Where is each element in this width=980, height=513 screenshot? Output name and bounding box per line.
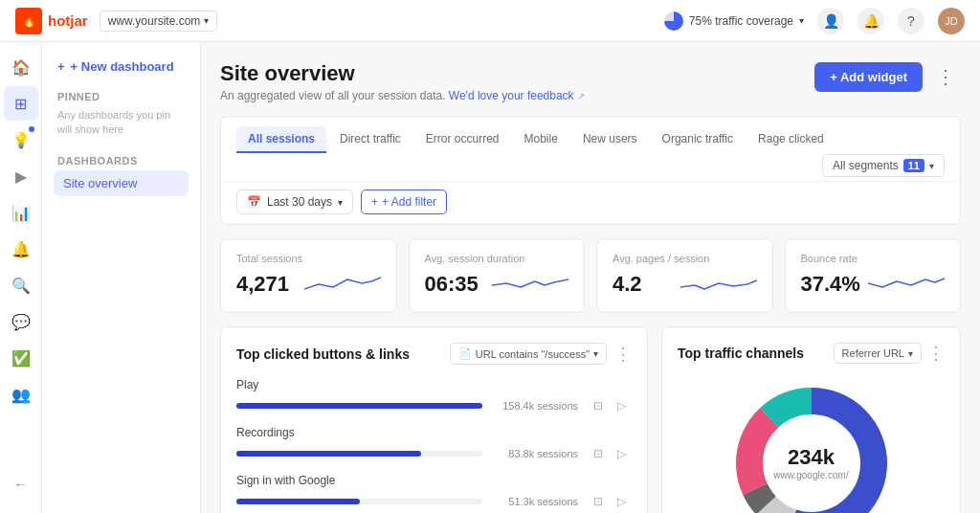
stat-value: 06:35 <box>425 272 479 297</box>
external-link-icon: ↗ <box>577 91 585 101</box>
sparkline-avg-duration <box>492 270 568 299</box>
subtitle-text: An aggregated view of all your session d… <box>220 89 449 102</box>
donut-chart-container: 234k www.google.com/ www.google.com/ www… <box>678 377 945 513</box>
avatar[interactable]: JD <box>938 8 965 34</box>
stat-card-total-sessions: Total sessions 4,271 <box>220 238 397 313</box>
tab-all-sessions[interactable]: All sessions <box>236 126 326 153</box>
stat-value: 37.4% <box>801 272 860 297</box>
hotjar-logo: 🔥 hotjar <box>15 8 88 34</box>
traffic-channels-panel: Top traffic channels Referrer URL ▾ ⋮ <box>661 326 961 513</box>
segments-count-badge: 11 <box>903 159 924 172</box>
page-subtitle: An aggregated view of all your session d… <box>220 89 585 102</box>
bottom-panels: Top clicked buttons & links 📄 URL contai… <box>220 326 961 513</box>
play-icon[interactable]: ▷ <box>611 491 632 512</box>
sidebar-icon-recordings[interactable]: ▶ <box>4 159 38 193</box>
top-buttons-more[interactable]: ⋮ <box>614 344 632 365</box>
url-filter-label: URL contains "/success" <box>476 348 590 360</box>
top-buttons-panel: Top clicked buttons & links 📄 URL contai… <box>220 326 648 513</box>
referrer-url-dropdown[interactable]: Referrer URL ▾ <box>834 343 922 364</box>
stat-card-avg-duration: Avg. session duration 06:35 <box>409 238 586 313</box>
add-filter-label: + Add filter <box>382 195 436 209</box>
site-name: www.yoursite.com <box>108 14 201 28</box>
tabs-panel: All sessions Direct traffic Error occurr… <box>220 116 961 225</box>
pinned-section-desc: Any dashboards you pin will show here <box>54 106 189 140</box>
site-selector[interactable]: www.yoursite.com ▾ <box>100 11 218 32</box>
plus-icon: + <box>371 195 378 209</box>
stat-card-bounce-rate: Bounce rate 37.4% <box>785 238 962 313</box>
sidebar-icon-dashboard[interactable]: ⊞ <box>4 86 38 121</box>
add-user-icon[interactable]: 👤 <box>817 8 844 34</box>
new-dashboard-button[interactable]: + + New dashboard <box>54 54 189 79</box>
calendar-icon: 📅 <box>247 195 261 209</box>
feedback-link[interactable]: We'd love your feedback <box>449 89 574 102</box>
button-sessions: 83.8k sessions <box>492 448 578 459</box>
tab-new-users[interactable]: New users <box>571 126 649 153</box>
add-filter-button[interactable]: + + Add filter <box>361 190 447 214</box>
play-icon[interactable]: ▷ <box>611 443 632 464</box>
stat-card-avg-pages: Avg. pages / session 4.2 <box>596 238 773 313</box>
tab-mobile[interactable]: Mobile <box>513 126 569 153</box>
page-header: Site overview An aggregated view of all … <box>220 61 961 102</box>
sidebar-icon-analytics[interactable]: 📊 <box>4 195 38 230</box>
sidebar-icon-notifications[interactable]: 🔔 <box>4 232 38 266</box>
nav-item-label: Site overview <box>63 176 137 190</box>
button-list: Play 158.4k sessions ⊡ ▷ Recording <box>236 378 632 513</box>
help-icon[interactable]: ? <box>898 8 924 34</box>
tab-rage-clicked[interactable]: Rage clicked <box>746 126 835 153</box>
referrer-url-label: Referrer URL <box>842 347 904 359</box>
traffic-coverage[interactable]: 75% traffic coverage ▾ <box>664 11 804 31</box>
chevron-down-icon: ▾ <box>338 197 343 208</box>
chevron-down-icon: ▾ <box>929 161 934 171</box>
stat-value: 4,271 <box>236 272 289 297</box>
page-title: Site overview <box>220 61 585 86</box>
stat-label: Avg. pages / session <box>612 253 757 264</box>
top-buttons-title: Top clicked buttons & links <box>236 346 410 362</box>
tab-direct-traffic[interactable]: Direct traffic <box>328 126 412 153</box>
sidebar-icon-feedback[interactable]: 💬 <box>4 304 38 339</box>
all-segments-button[interactable]: All segments 11 ▾ <box>822 154 945 177</box>
sidebar-icon-search[interactable]: 🔍 <box>4 268 38 302</box>
dashboards-section-title: Dashboards <box>54 140 189 170</box>
stat-label: Total sessions <box>236 253 381 264</box>
plus-icon: + <box>57 59 65 74</box>
traffic-coverage-text: 75% traffic coverage <box>689 14 793 28</box>
pinned-section-title: Pinned <box>54 79 189 106</box>
stats-row: Total sessions 4,271 Avg. session durati… <box>220 238 961 313</box>
play-icon[interactable]: ▷ <box>611 395 632 416</box>
button-name: Recordings <box>236 426 632 439</box>
add-widget-button[interactable]: + Add widget <box>814 62 923 92</box>
date-filter-label: Last 30 days <box>267 195 332 209</box>
all-segments-label: All segments <box>833 159 899 172</box>
sidebar-icon-tasks[interactable]: ✅ <box>4 341 38 375</box>
chevron-down-icon: ▾ <box>799 15 804 26</box>
sparkline-total-sessions <box>304 270 381 299</box>
sidebar-item-site-overview[interactable]: Site overview <box>54 170 189 196</box>
view-recordings-icon[interactable]: ⊡ <box>588 443 609 464</box>
sidebar-icon-users[interactable]: 👥 <box>4 377 38 412</box>
stat-label: Bounce rate <box>801 253 946 264</box>
sidebar-icon-insights[interactable]: 💡 <box>4 123 38 157</box>
view-recordings-icon[interactable]: ⊡ <box>588 395 609 416</box>
sidebar-icon-collapse[interactable]: ← <box>4 467 38 502</box>
more-options-button[interactable]: ⋮ <box>930 61 961 92</box>
date-filter-button[interactable]: 📅 Last 30 days ▾ <box>236 190 353 214</box>
traffic-channels-title: Top traffic channels <box>678 346 804 361</box>
url-filter-button[interactable]: 📄 URL contains "/success" ▾ <box>450 343 607 365</box>
sparkline-bounce-rate <box>868 270 945 299</box>
sidebar-icon-home[interactable]: 🏠 <box>4 50 38 84</box>
button-sessions: 51.3k sessions <box>492 496 578 507</box>
traffic-channels-more[interactable]: ⋮ <box>927 343 945 364</box>
bell-icon[interactable]: 🔔 <box>858 8 884 34</box>
stat-label: Avg. session duration <box>425 253 569 264</box>
tab-organic-traffic[interactable]: Organic traffic <box>651 126 745 153</box>
button-sessions: 158.4k sessions <box>492 400 578 412</box>
chevron-down-icon: ▾ <box>204 15 209 26</box>
donut-center-value: 234k <box>773 445 848 470</box>
logo-text: hotjar <box>48 12 88 29</box>
list-item: Sign in with Google 51.3k sessions ⊡ ▷ <box>236 474 632 512</box>
new-dashboard-label: + New dashboard <box>71 59 174 74</box>
tab-error-occurred[interactable]: Error occurred <box>414 126 511 153</box>
chevron-down-icon: ▾ <box>593 348 598 359</box>
list-item: Play 158.4k sessions ⊡ ▷ <box>236 378 632 416</box>
view-recordings-icon[interactable]: ⊡ <box>588 491 609 512</box>
